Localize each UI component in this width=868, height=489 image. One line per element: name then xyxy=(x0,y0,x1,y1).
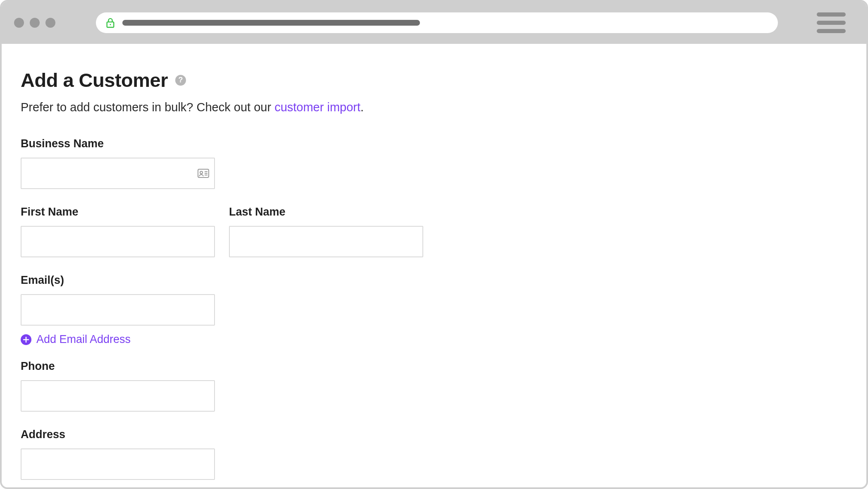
last-name-input[interactable] xyxy=(229,226,423,257)
window-maximize-button[interactable] xyxy=(45,18,55,28)
window-close-button[interactable] xyxy=(14,18,24,28)
page-content: Add a Customer ? Prefer to add customers… xyxy=(2,44,866,480)
business-name-label: Business Name xyxy=(21,137,215,150)
hamburger-icon xyxy=(817,29,846,33)
phone-label: Phone xyxy=(21,360,215,373)
address-bar[interactable] xyxy=(96,12,778,33)
window-frame: Add a Customer ? Prefer to add customers… xyxy=(0,0,868,489)
business-name-group: Business Name xyxy=(21,137,215,189)
hamburger-icon xyxy=(817,21,846,25)
emails-label: Email(s) xyxy=(21,274,215,287)
window-controls xyxy=(14,18,55,28)
emails-group: Email(s) Add Email Address xyxy=(21,274,215,346)
address-group: Address xyxy=(21,428,215,480)
business-name-input[interactable] xyxy=(21,158,215,189)
phone-group: Phone xyxy=(21,360,215,412)
subheader-prefix: Prefer to add customers in bulk? Check o… xyxy=(21,101,274,114)
email-input[interactable] xyxy=(21,294,215,326)
menu-button[interactable] xyxy=(817,12,846,33)
address-input[interactable] xyxy=(21,448,215,480)
customer-import-link[interactable]: customer import xyxy=(274,101,360,114)
first-name-label: First Name xyxy=(21,206,215,218)
first-name-input[interactable] xyxy=(21,226,215,257)
lock-icon xyxy=(106,17,115,28)
hamburger-icon xyxy=(817,12,846,17)
first-name-group: First Name xyxy=(21,206,215,257)
plus-circle-icon xyxy=(21,334,31,345)
help-icon[interactable]: ? xyxy=(175,75,186,86)
last-name-label: Last Name xyxy=(229,206,423,218)
browser-chrome-bar xyxy=(2,2,866,44)
page-subheader: Prefer to add customers in bulk? Check o… xyxy=(21,101,847,114)
add-email-button[interactable]: Add Email Address xyxy=(21,333,131,346)
url-text-redacted xyxy=(122,20,420,26)
subheader-suffix: . xyxy=(360,101,364,114)
last-name-group: Last Name xyxy=(229,206,423,257)
phone-input[interactable] xyxy=(21,380,215,412)
page-header: Add a Customer ? xyxy=(21,69,847,91)
svg-point-1 xyxy=(110,24,111,25)
window-minimize-button[interactable] xyxy=(30,18,40,28)
page-title: Add a Customer xyxy=(21,69,168,91)
address-label: Address xyxy=(21,428,215,441)
add-email-label: Add Email Address xyxy=(36,333,131,346)
